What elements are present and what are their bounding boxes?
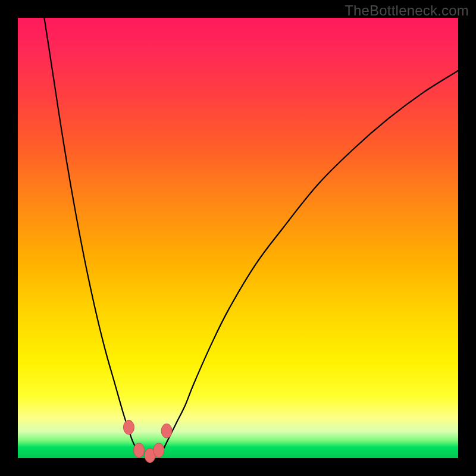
curve-right-branch [159, 71, 458, 456]
marker-3 [154, 443, 164, 458]
marker-1 [134, 443, 145, 458]
chart-frame: TheBottleneck.com [0, 0, 476, 476]
curve-left-branch [44, 18, 141, 456]
chart-svg [18, 18, 458, 458]
marker-0 [123, 420, 134, 434]
watermark-text: TheBottleneck.com [345, 2, 469, 19]
plot-area [18, 18, 458, 458]
marker-4 [161, 424, 172, 438]
markers-group [123, 420, 172, 462]
curve-group [44, 18, 458, 456]
